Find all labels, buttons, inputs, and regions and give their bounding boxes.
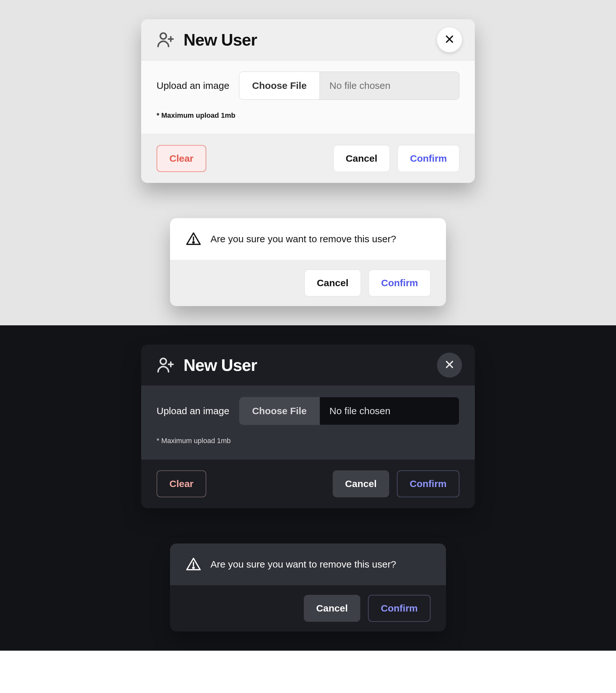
- user-plus-icon: [157, 31, 175, 49]
- close-icon: [444, 358, 455, 373]
- clear-button[interactable]: Clear: [157, 145, 206, 172]
- remove-user-alert: Are you sure you want to remove this use…: [170, 218, 446, 306]
- close-button[interactable]: [437, 27, 462, 52]
- dialog-footer: Clear Cancel Confirm: [141, 134, 475, 183]
- new-user-dialog: New User Upload an image Choose File No …: [141, 19, 475, 183]
- alert-message: Are you sure you want to remove this use…: [211, 559, 396, 570]
- remove-user-alert-dark: Are you sure you want to remove this use…: [170, 543, 446, 631]
- alert-body: Are you sure you want to remove this use…: [170, 543, 446, 585]
- dialog-body: Upload an image Choose File No file chos…: [141, 60, 475, 134]
- file-status-text: No file chosen: [320, 397, 400, 425]
- alert-footer: Cancel Confirm: [170, 260, 446, 306]
- light-theme-section: New User Upload an image Choose File No …: [0, 0, 616, 325]
- close-icon: [444, 33, 455, 47]
- warning-icon: [185, 556, 201, 572]
- upload-label: Upload an image: [157, 80, 230, 91]
- file-input[interactable]: Choose File No file chosen: [239, 397, 459, 425]
- svg-point-0: [160, 33, 166, 39]
- alert-confirm-button[interactable]: Confirm: [368, 595, 431, 622]
- upload-hint: * Maximum upload 1mb: [157, 437, 459, 445]
- alert-body: Are you sure you want to remove this use…: [170, 218, 446, 260]
- dialog-body: Upload an image Choose File No file chos…: [141, 385, 475, 459]
- dialog-header: New User: [141, 344, 475, 385]
- cancel-button[interactable]: Cancel: [333, 145, 390, 172]
- svg-point-6: [193, 242, 194, 243]
- close-button[interactable]: [437, 353, 462, 378]
- alert-footer: Cancel Confirm: [170, 585, 446, 631]
- warning-icon: [185, 231, 201, 247]
- alert-cancel-button[interactable]: Cancel: [304, 270, 361, 296]
- alert-confirm-button[interactable]: Confirm: [369, 270, 431, 296]
- choose-file-button[interactable]: Choose File: [239, 397, 320, 425]
- dialog-footer: Clear Cancel Confirm: [141, 459, 475, 508]
- file-input[interactable]: Choose File No file chosen: [239, 72, 459, 100]
- choose-file-button[interactable]: Choose File: [239, 72, 320, 99]
- upload-row: Upload an image Choose File No file chos…: [157, 397, 459, 425]
- svg-point-7: [160, 358, 166, 364]
- new-user-dialog-dark: New User Upload an image Choose File No …: [141, 344, 475, 508]
- dialog-title: New User: [183, 355, 257, 375]
- dialog-header: New User: [141, 19, 475, 60]
- user-plus-icon: [157, 356, 175, 374]
- dark-theme-section: New User Upload an image Choose File No …: [0, 325, 616, 651]
- upload-row: Upload an image Choose File No file chos…: [157, 72, 459, 100]
- file-status-text: No file chosen: [320, 72, 400, 99]
- cancel-button[interactable]: Cancel: [333, 470, 389, 497]
- alert-cancel-button[interactable]: Cancel: [304, 595, 360, 622]
- confirm-button[interactable]: Confirm: [398, 145, 459, 172]
- dialog-title: New User: [183, 30, 257, 50]
- svg-point-13: [193, 567, 194, 568]
- confirm-button[interactable]: Confirm: [397, 470, 459, 497]
- upload-label: Upload an image: [157, 405, 230, 416]
- upload-hint: * Maximum upload 1mb: [157, 111, 459, 120]
- clear-button[interactable]: Clear: [157, 470, 206, 497]
- alert-message: Are you sure you want to remove this use…: [211, 234, 396, 244]
